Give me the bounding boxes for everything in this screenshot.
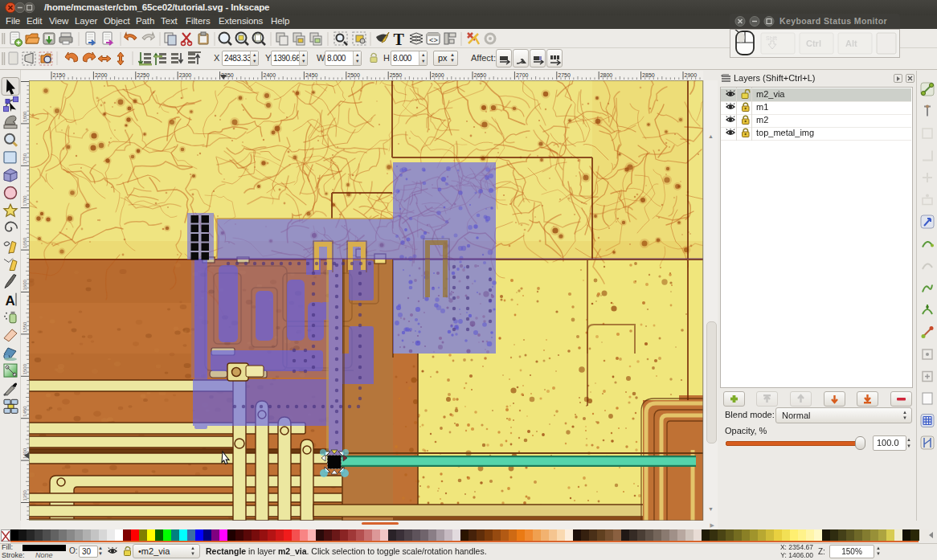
svg-text:1600: 1600: [23, 279, 27, 290]
svg-text:2300: 2300: [179, 72, 192, 78]
svg-text:2150: 2150: [53, 72, 66, 78]
svg-text:<>: <>: [429, 37, 438, 45]
svg-text:2450: 2450: [305, 72, 318, 78]
svg-text:1550: 1550: [23, 321, 27, 333]
svg-text:2900: 2900: [685, 72, 698, 78]
svg-text:1450: 1450: [23, 406, 27, 417]
svg-text:2400: 2400: [264, 72, 276, 78]
svg-text:A: A: [6, 293, 15, 309]
svg-text:1700: 1700: [23, 195, 27, 206]
svg-text:1500: 1500: [23, 363, 27, 374]
svg-text:1750: 1750: [23, 153, 27, 164]
svg-text:2750: 2750: [558, 72, 571, 78]
svg-text:2250: 2250: [137, 72, 149, 78]
svg-text:2650: 2650: [474, 72, 487, 78]
svg-text:2500: 2500: [347, 72, 360, 78]
svg-text:2850: 2850: [642, 72, 655, 78]
svg-text:1350: 1350: [23, 489, 27, 501]
svg-text:1800: 1800: [23, 111, 27, 122]
svg-text:2600: 2600: [432, 72, 444, 78]
svg-text:2800: 2800: [600, 72, 613, 78]
svg-text:1650: 1650: [23, 237, 27, 248]
svg-text:2550: 2550: [390, 72, 403, 78]
svg-text:2200: 2200: [95, 72, 108, 78]
svg-text:Alt: Alt: [845, 39, 857, 48]
svg-text:T: T: [394, 31, 405, 48]
svg-text:Ctrl: Ctrl: [806, 39, 821, 48]
svg-text:Shift: Shift: [766, 35, 777, 41]
svg-text:2700: 2700: [516, 72, 529, 78]
